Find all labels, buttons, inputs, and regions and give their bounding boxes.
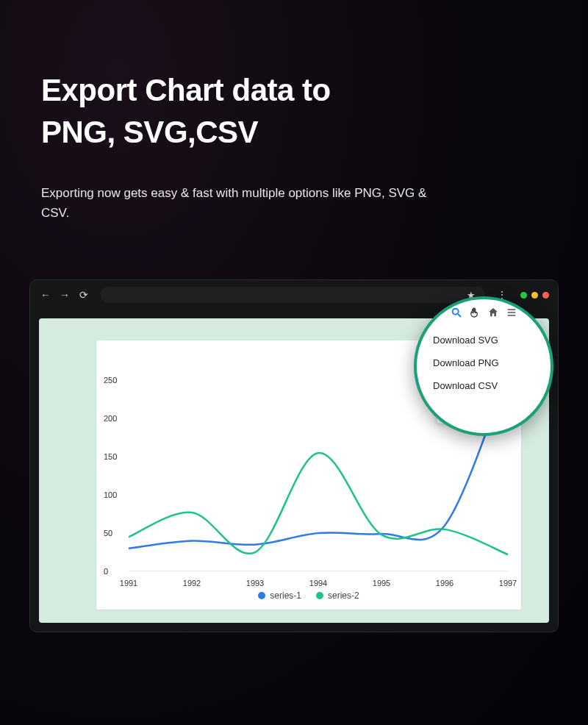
x-tick-label: 1994 <box>309 579 327 588</box>
x-tick-label: 1991 <box>120 579 137 588</box>
mag-home-icon[interactable] <box>487 307 499 321</box>
y-tick-label: 100 <box>104 490 117 499</box>
mag-pan-icon[interactable] <box>469 307 481 321</box>
y-tick-label: 250 <box>104 376 117 385</box>
magnifier-callout: Download SVG Download PNG Download CSV <box>414 296 553 436</box>
traffic-lights <box>520 292 549 299</box>
page-title: Export Chart data to PNG, SVG,CSV <box>41 70 547 153</box>
x-tick-label: 1992 <box>183 579 201 588</box>
series-line <box>129 453 508 554</box>
y-tick-label: 0 <box>104 567 108 576</box>
mag-download-png[interactable]: Download PNG <box>430 351 537 374</box>
page-subtitle: Exporting now gets easy & fast with mult… <box>41 184 453 223</box>
url-bar[interactable]: ★ <box>101 287 485 303</box>
page-viewport: ⊕ ⊖ Download SVG Download PNG Download C… <box>39 318 549 623</box>
y-tick-label: 200 <box>104 414 117 423</box>
chart-legend: series-1 series-2 <box>96 590 521 601</box>
browser-window: ← → ⟳ ★ ⋮ ⊕ ⊖ Download SVG Download PNG <box>29 279 559 632</box>
legend-series-1[interactable]: series-1 <box>258 590 301 601</box>
mag-menu-icon[interactable] <box>506 307 517 321</box>
legend-series-2[interactable]: series-2 <box>316 590 359 601</box>
mag-download-csv[interactable]: Download CSV <box>430 374 537 397</box>
title-line-1: Export Chart data to <box>41 73 331 107</box>
legend-dot-1 <box>258 592 265 599</box>
reload-button[interactable]: ⟳ <box>77 289 90 301</box>
x-tick-label: 1995 <box>373 579 390 588</box>
legend-dot-2 <box>316 592 323 599</box>
traffic-light-green[interactable] <box>520 292 527 299</box>
back-button[interactable]: ← <box>39 289 52 301</box>
mag-download-svg[interactable]: Download SVG <box>430 329 537 351</box>
magnified-export-menu: Download SVG Download PNG Download CSV <box>430 329 537 397</box>
x-tick-label: 1993 <box>246 579 264 588</box>
y-tick-label: 150 <box>104 452 117 461</box>
x-tick-label: 1996 <box>436 579 453 588</box>
mag-zoom-icon[interactable] <box>451 307 462 321</box>
legend-label-2: series-2 <box>328 590 359 601</box>
traffic-light-red[interactable] <box>542 292 549 299</box>
title-line-2: PNG, SVG,CSV <box>41 115 258 149</box>
svg-line-4 <box>458 314 461 317</box>
x-tick-label: 1997 <box>499 579 517 588</box>
y-tick-label: 50 <box>104 529 112 538</box>
forward-button[interactable]: → <box>58 289 71 301</box>
legend-label-1: series-1 <box>270 590 301 601</box>
svg-point-3 <box>452 309 458 315</box>
traffic-light-yellow[interactable] <box>531 292 538 299</box>
